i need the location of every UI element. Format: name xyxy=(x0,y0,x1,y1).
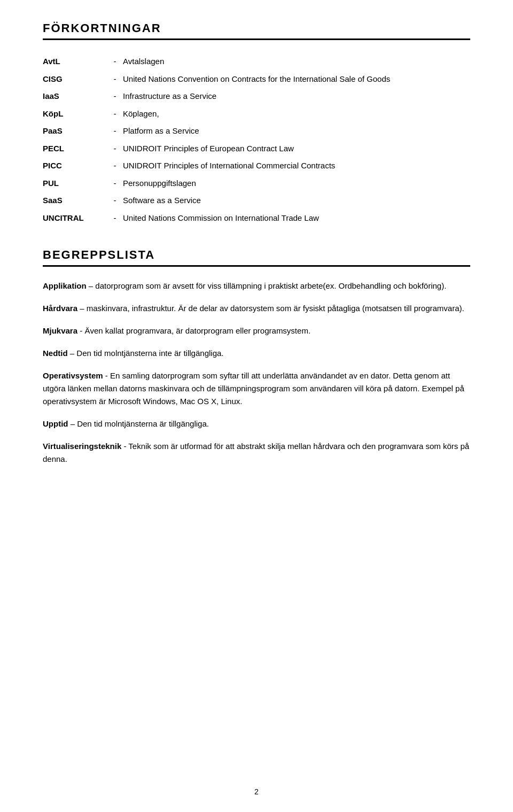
term-block: Operativsystem - En samling datorprogram… xyxy=(43,369,470,408)
term-name: Operativsystem xyxy=(43,371,103,380)
abbr-dash: - xyxy=(107,192,123,210)
abbreviation-row: PICC-UNIDROIT Principles of Internationa… xyxy=(43,157,470,175)
begreppslista-section: BEGREPPSLISTA Applikation – datorprogram… xyxy=(43,248,470,466)
abbreviations-table: AvtL-AvtalslagenCISG-United Nations Conv… xyxy=(43,53,470,227)
term-name: Upptid xyxy=(43,419,68,428)
abbreviation-row: PaaS-Platform as a Service xyxy=(43,122,470,140)
term-name: Applikation xyxy=(43,281,87,290)
abbr-key: AvtL xyxy=(43,53,107,71)
abbreviation-row: PUL-Personuppgiftslagen xyxy=(43,175,470,192)
abbreviation-row: PECL-UNIDROIT Principles of European Con… xyxy=(43,140,470,158)
abbr-dash: - xyxy=(107,122,123,140)
abbr-value: UNIDROIT Principles of European Contract… xyxy=(123,140,470,158)
abbreviation-row: AvtL-Avtalslagen xyxy=(43,53,470,71)
abbr-dash: - xyxy=(107,88,123,105)
abbr-value: United Nations Commission on Internation… xyxy=(123,210,470,227)
abbr-key: IaaS xyxy=(43,88,107,105)
abbr-value: United Nations Convention on Contracts f… xyxy=(123,71,470,88)
begreppslista-title: BEGREPPSLISTA xyxy=(43,248,470,262)
term-name: Mjukvara xyxy=(43,326,77,335)
abbr-value: Platform as a Service xyxy=(123,122,470,140)
title-divider xyxy=(43,38,470,40)
begreppslista-divider xyxy=(43,265,470,267)
term-block: Hårdvara – maskinvara, infrastruktur. Är… xyxy=(43,302,470,315)
term-block: Nedtid – Den tid molntjänsterna inte är … xyxy=(43,347,470,360)
page: FÖRKORTNINGAR AvtL-AvtalslagenCISG-Unite… xyxy=(0,0,513,812)
term-block: Upptid – Den tid molntjänsterna är tillg… xyxy=(43,417,470,430)
abbr-value: Avtalslagen xyxy=(123,53,470,71)
abbr-value: UNIDROIT Principles of International Com… xyxy=(123,157,470,175)
abbreviation-row: SaaS-Software as a Service xyxy=(43,192,470,210)
term-block: Applikation – datorprogram som är avsett… xyxy=(43,280,470,292)
abbr-value: Personuppgiftslagen xyxy=(123,175,470,192)
abbr-dash: - xyxy=(107,140,123,158)
abbreviation-row: UNCITRAL-United Nations Commission on In… xyxy=(43,210,470,227)
abbr-value: Software as a Service xyxy=(123,192,470,210)
abbr-dash: - xyxy=(107,157,123,175)
abbr-dash: - xyxy=(107,53,123,71)
abbr-dash: - xyxy=(107,175,123,192)
page-number: 2 xyxy=(254,787,259,796)
abbr-value: Infrastructure as a Service xyxy=(123,88,470,105)
abbreviation-row: CISG-United Nations Convention on Contra… xyxy=(43,71,470,88)
term-name: Virtualiseringsteknik xyxy=(43,442,121,451)
abbreviation-row: KöpL-Köplagen, xyxy=(43,105,470,123)
term-name: Hårdvara xyxy=(43,304,77,313)
terms-container: Applikation – datorprogram som är avsett… xyxy=(43,280,470,466)
term-name: Nedtid xyxy=(43,349,68,358)
abbr-key: UNCITRAL xyxy=(43,210,107,227)
abbr-key: PaaS xyxy=(43,122,107,140)
abbr-key: PECL xyxy=(43,140,107,158)
abbreviation-row: IaaS-Infrastructure as a Service xyxy=(43,88,470,105)
term-block: Virtualiseringsteknik - Teknik som är ut… xyxy=(43,440,470,466)
abbr-key: PUL xyxy=(43,175,107,192)
abbr-dash: - xyxy=(107,105,123,123)
abbr-key: SaaS xyxy=(43,192,107,210)
page-title: FÖRKORTNINGAR xyxy=(43,21,470,35)
term-block: Mjukvara - Även kallat programvara, är d… xyxy=(43,324,470,337)
abbr-key: PICC xyxy=(43,157,107,175)
abbr-dash: - xyxy=(107,71,123,88)
abbr-key: KöpL xyxy=(43,105,107,123)
abbr-key: CISG xyxy=(43,71,107,88)
abbr-dash: - xyxy=(107,210,123,227)
abbr-value: Köplagen, xyxy=(123,105,470,123)
